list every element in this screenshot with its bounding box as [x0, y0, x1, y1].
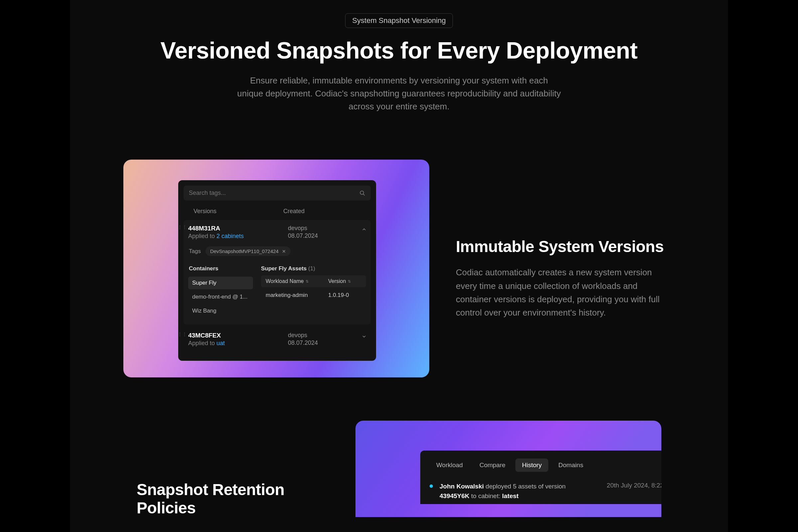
applied-to-text: Applied to uat: [188, 340, 278, 347]
history-entry-text: John Kowalski deployed 5 assets of versi…: [440, 482, 600, 501]
version-id: 43MC8FEX: [188, 332, 278, 339]
chevron-up-icon[interactable]: [361, 227, 367, 232]
history-entry[interactable]: John Kowalski deployed 5 assets of versi…: [420, 478, 661, 504]
search-input[interactable]: Search tags...: [184, 186, 371, 201]
status-dot-icon: [430, 484, 433, 488]
applied-to-text: Applied to 2 cabinets: [188, 233, 278, 240]
svg-line-1: [363, 194, 365, 195]
feature-illustration-2: Workload Compare History Domains John Ko…: [356, 421, 661, 517]
workload-column[interactable]: Workload Name⇅: [266, 278, 328, 284]
tab-history[interactable]: History: [515, 458, 548, 472]
sort-icon: ⇅: [306, 279, 308, 284]
sort-icon: ⇅: [348, 279, 351, 284]
page-subheading: Ensure reliable, immutable environments …: [236, 74, 562, 113]
assets-table-header: Workload Name⇅ Version⇅: [261, 275, 366, 287]
drag-handle-icon[interactable]: ⋮⋮: [177, 333, 187, 336]
version-row-collapsed[interactable]: ⋮⋮ 43MC8FEX Applied to uat devops 08.07.…: [184, 327, 371, 353]
search-placeholder: Search tags...: [189, 190, 226, 196]
assets-header: Super Fly Assets (1): [261, 263, 366, 275]
created-date: 08.07.2024: [288, 232, 366, 240]
tab-workload[interactable]: Workload: [430, 458, 470, 472]
containers-label: Containers: [188, 263, 253, 277]
feature-badge: System Snapshot Versioning: [345, 13, 453, 28]
feature-desc-1: Codiac automatically creates a new syste…: [456, 266, 662, 319]
versions-panel: Search tags... Versions Created ⋮⋮ 448M3…: [178, 180, 376, 361]
created-date: 08.07.2024: [288, 340, 366, 346]
feature-heading-2: Snapshot Retention Policies: [137, 480, 329, 517]
container-item[interactable]: Wiz Bang: [188, 305, 253, 317]
drag-handle-icon[interactable]: ⋮⋮: [177, 226, 187, 228]
version-id: 448M31RA: [188, 225, 278, 232]
search-icon: [359, 190, 365, 196]
svg-point-0: [360, 191, 364, 194]
column-created: Created: [283, 208, 367, 215]
feature-illustration-1: Search tags... Versions Created ⋮⋮ 448M3…: [124, 159, 429, 377]
history-panel: Workload Compare History Domains John Ko…: [420, 451, 661, 504]
column-versions: Versions: [193, 208, 283, 215]
created-by: devops: [288, 332, 366, 339]
created-by: devops: [288, 225, 366, 232]
tab-compare[interactable]: Compare: [473, 458, 512, 472]
page-heading: Versioned Snapshots for Every Deployment: [90, 38, 708, 63]
container-item[interactable]: demo-front-end @ 1...: [188, 291, 253, 303]
history-entry-date: 20th July 2024, 8:22: [600, 482, 661, 501]
tags-label: Tags: [189, 248, 201, 255]
chevron-down-icon[interactable]: [361, 334, 367, 339]
tabs-row: Workload Compare History Domains: [420, 458, 661, 478]
table-header: Versions Created: [184, 201, 371, 220]
uat-link[interactable]: uat: [216, 340, 225, 346]
cabinets-link[interactable]: 2 cabinets: [216, 233, 244, 240]
feature-heading-1: Immutable System Versions: [456, 238, 674, 256]
close-icon[interactable]: ✕: [282, 249, 286, 254]
tag-pill[interactable]: DevSnapshotMVP110_072424 ✕: [206, 246, 291, 256]
tab-domains[interactable]: Domains: [552, 458, 590, 472]
asset-row[interactable]: marketing-admin 1.0.19-0: [261, 287, 366, 301]
container-item[interactable]: Super Fly: [188, 277, 253, 289]
version-row-expanded[interactable]: ⋮⋮ 448M31RA Applied to 2 cabinets devops…: [184, 220, 371, 324]
version-column[interactable]: Version⇅: [328, 278, 361, 284]
